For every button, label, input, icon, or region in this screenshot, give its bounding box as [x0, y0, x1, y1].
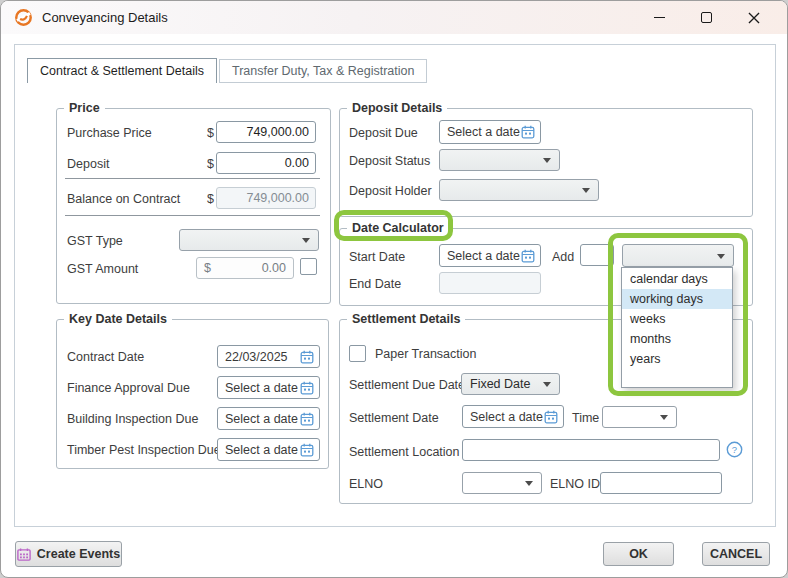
purchase-price-label: Purchase Price [67, 126, 152, 140]
settlement-due-date-label: Settlement Due Date [349, 378, 465, 392]
conveyancing-details-dialog: Conveyancing Details Contract & Settleme… [0, 0, 788, 578]
price-group-legend: Price [64, 101, 105, 116]
time-select[interactable] [602, 406, 677, 428]
calendar-icon [544, 410, 558, 424]
paper-transaction-label: Paper Transaction [375, 347, 476, 361]
settlement-location-label: Settlement Location [349, 445, 460, 459]
add-unit-dropdown-list: calendar days working days weeks months … [621, 267, 733, 388]
finance-approval-due-datepicker[interactable]: Select a date [217, 376, 320, 399]
tab-strip: Contract & Settlement Details Transfer D… [27, 58, 427, 83]
balance-on-contract-input [216, 187, 316, 209]
timber-pest-inspection-due-datepicker[interactable]: Select a date [217, 438, 320, 461]
tab-contract-settlement-details[interactable]: Contract & Settlement Details [27, 58, 217, 83]
start-date-label: Start Date [349, 250, 405, 264]
deposit-details-group: Deposit Details Deposit Due Select a dat… [339, 108, 753, 217]
deposit-status-select[interactable] [439, 149, 560, 171]
settlement-due-date-select[interactable]: Fixed Date [461, 373, 560, 395]
maximize-icon [701, 12, 712, 23]
contract-date-datepicker[interactable]: 22/03/2025 [217, 345, 320, 368]
deposit-status-label: Deposit Status [349, 154, 430, 168]
end-date-label: End Date [349, 277, 401, 291]
minimize-button[interactable] [636, 1, 683, 34]
create-events-calendar-icon [17, 548, 31, 561]
gst-amount-label: GST Amount [67, 262, 138, 276]
settlement-location-input[interactable] [462, 439, 720, 461]
app-logo-icon [14, 8, 33, 27]
ok-button[interactable]: OK [603, 542, 674, 566]
end-date-input [439, 272, 541, 294]
add-label: Add [552, 250, 574, 264]
calendar-icon [300, 443, 314, 457]
settlement-date-datepicker[interactable]: Select a date [462, 405, 564, 428]
chevron-down-icon [717, 254, 725, 259]
divider [65, 215, 320, 216]
calendar-icon [300, 412, 314, 426]
purchase-price-input[interactable] [216, 121, 316, 143]
gst-amount-value: 0.00 [262, 261, 286, 275]
divider [65, 178, 320, 179]
minimize-icon [654, 17, 665, 18]
close-button[interactable] [730, 1, 777, 34]
create-events-button[interactable]: Create Events [15, 541, 122, 567]
chevron-down-icon [660, 415, 668, 420]
gst-amount-checkbox[interactable] [300, 258, 317, 275]
building-inspection-due-label: Building Inspection Due [67, 412, 198, 426]
deposit-label: Deposit [67, 157, 109, 171]
elno-select[interactable] [462, 472, 542, 494]
start-date-datepicker[interactable]: Select a date [439, 244, 541, 267]
add-amount-input[interactable] [580, 244, 614, 266]
chevron-down-icon [582, 188, 590, 193]
add-unit-select[interactable] [622, 244, 734, 267]
contract-date-label: Contract Date [67, 350, 144, 364]
titlebar: Conveyancing Details [1, 1, 787, 34]
calendar-icon [300, 381, 314, 395]
settlement-date-label: Settlement Date [349, 411, 439, 425]
tab-transfer-duty-tax-registration[interactable]: Transfer Duty, Tax & Registration [219, 59, 427, 83]
elno-label: ELNO [349, 477, 383, 491]
calendar-icon [521, 249, 535, 263]
dropdown-option-calendar-days[interactable]: calendar days [622, 269, 732, 289]
maximize-button[interactable] [683, 1, 730, 34]
chevron-down-icon [302, 238, 310, 243]
gst-amount-input: $ 0.00 [196, 257, 294, 279]
chevron-down-icon [543, 382, 551, 387]
dropdown-option-working-days[interactable]: working days [622, 289, 732, 309]
currency-symbol: $ [204, 261, 211, 275]
timber-pest-inspection-due-label: Timber Pest Inspection Due [67, 443, 221, 457]
calendar-icon [300, 350, 314, 364]
deposit-holder-select[interactable] [439, 179, 599, 201]
currency-symbol: $ [207, 157, 214, 171]
deposit-due-datepicker[interactable]: Select a date [439, 120, 541, 144]
calendar-icon [521, 125, 535, 139]
deposit-details-group-legend: Deposit Details [347, 101, 447, 116]
gst-type-label: GST Type [67, 234, 123, 248]
window-controls [636, 1, 777, 34]
help-icon[interactable]: ? [726, 441, 743, 461]
price-group: Price Purchase Price $ Deposit $ Balance… [56, 108, 331, 304]
dropdown-option-weeks[interactable]: weeks [622, 309, 732, 329]
finance-approval-due-label: Finance Approval Due [67, 381, 190, 395]
dropdown-option-years[interactable]: years [622, 349, 732, 369]
settlement-details-group-legend: Settlement Details [347, 312, 465, 327]
balance-on-contract-label: Balance on Contract [67, 192, 180, 206]
svg-text:?: ? [732, 444, 737, 455]
elno-id-label: ELNO ID [550, 477, 600, 491]
gst-type-select[interactable] [179, 229, 319, 251]
currency-symbol: $ [207, 192, 214, 206]
key-date-details-group-legend: Key Date Details [64, 312, 172, 327]
elno-id-input[interactable] [600, 472, 722, 494]
building-inspection-due-datepicker[interactable]: Select a date [217, 407, 320, 430]
cancel-button[interactable]: CANCEL [702, 542, 770, 566]
currency-symbol: $ [207, 126, 214, 140]
key-date-details-group: Key Date Details Contract Date 22/03/202… [56, 319, 329, 469]
chevron-down-icon [525, 481, 533, 486]
paper-transaction-checkbox[interactable] [349, 345, 366, 362]
close-icon [748, 12, 760, 24]
deposit-input[interactable] [216, 152, 316, 174]
date-calculator-group-legend: Date Calculator [347, 221, 449, 236]
dropdown-option-months[interactable]: months [622, 329, 732, 349]
window-title: Conveyancing Details [42, 10, 168, 25]
deposit-holder-label: Deposit Holder [349, 184, 432, 198]
chevron-down-icon [543, 158, 551, 163]
time-label: Time [572, 411, 599, 425]
